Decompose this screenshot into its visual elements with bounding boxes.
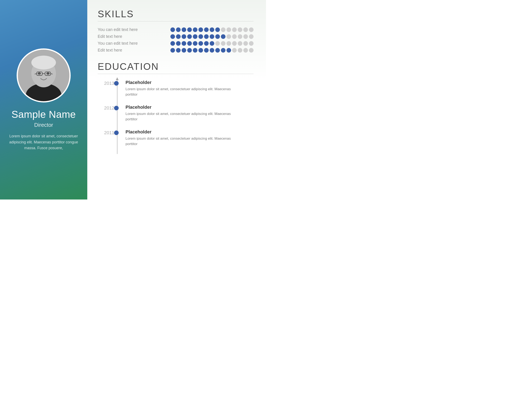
skill-dots (171, 34, 253, 39)
timeline-body: Lorem ipsum dolor sit amet, consectetuer… (126, 86, 234, 97)
dot-filled (210, 41, 214, 46)
dot-empty (227, 27, 231, 32)
timeline-dot (114, 106, 119, 110)
dot-filled (204, 41, 209, 46)
dot-empty (243, 34, 248, 39)
skill-row: Edit text here (98, 48, 253, 53)
dot-empty (227, 41, 231, 46)
person-title: Director (34, 122, 53, 128)
dot-filled (204, 34, 209, 39)
skill-label: You can edit text here (98, 41, 156, 46)
timeline-dot (114, 81, 119, 86)
timeline-year: 2011 (98, 130, 114, 135)
dot-empty (238, 34, 242, 39)
skill-row: You can edit text here (98, 41, 253, 46)
dot-empty (232, 27, 237, 32)
dot-empty (238, 27, 242, 32)
timeline-item: 2013PlaceholderLorem ipsum dolor sit ame… (123, 80, 253, 97)
dot-filled (187, 27, 192, 32)
dot-filled (198, 27, 203, 32)
dot-empty (249, 41, 253, 46)
timeline-line (117, 80, 117, 154)
timeline-body: Lorem ipsum dolor sit amet, consectetuer… (126, 111, 234, 122)
dot-filled (182, 48, 186, 53)
dot-filled (182, 34, 186, 39)
person-bio: Lorem ipsum dolor sit amet, consectetuer… (6, 133, 81, 151)
timeline-item: 2012PlaceholderLorem ipsum dolor sit ame… (123, 105, 253, 122)
timeline-heading: Placeholder (126, 105, 234, 110)
dot-filled (215, 34, 220, 39)
dot-filled (182, 27, 186, 32)
dot-filled (176, 34, 181, 39)
dot-empty (249, 48, 253, 53)
dot-filled (210, 27, 214, 32)
timeline-body: Lorem ipsum dolor sit amet, consectetuer… (126, 136, 234, 146)
skill-dots (171, 27, 253, 32)
dot-filled (227, 48, 231, 53)
dot-filled (215, 27, 220, 32)
dot-empty (249, 27, 253, 32)
dot-empty (227, 34, 231, 39)
left-panel: Sample Name Director Lorem ipsum dolor s… (0, 0, 87, 200)
education-divider (98, 74, 253, 74)
timeline-heading: Placeholder (126, 80, 234, 85)
dot-filled (171, 41, 175, 46)
dot-filled (210, 48, 214, 53)
dot-empty (249, 34, 253, 39)
timeline-year: 2012 (98, 105, 114, 111)
dot-empty (243, 41, 248, 46)
dot-empty (221, 27, 226, 32)
dot-filled (193, 34, 197, 39)
dot-empty (215, 41, 220, 46)
svg-point-6 (46, 72, 50, 75)
timeline-year: 2013 (98, 81, 114, 86)
dot-empty (232, 41, 237, 46)
skills-section-title: SKILLS (98, 8, 253, 19)
skill-row: You can edit text here (98, 27, 253, 32)
dot-filled (198, 48, 203, 53)
timeline-dot (114, 131, 119, 135)
skill-dots (171, 41, 253, 46)
skills-grid: You can edit text hereEdit text hereYou … (98, 27, 253, 53)
timeline-item: 2011PlaceholderLorem ipsum dolor sit ame… (123, 129, 253, 146)
skill-dots (171, 48, 253, 53)
dot-empty (221, 41, 226, 46)
dot-filled (171, 34, 175, 39)
dot-filled (182, 41, 186, 46)
timeline-content: PlaceholderLorem ipsum dolor sit amet, c… (123, 129, 234, 146)
dot-empty (238, 41, 242, 46)
dot-filled (221, 34, 226, 39)
right-panel: SKILLS You can edit text hereEdit text h… (87, 0, 266, 200)
education-section: EDUCATION 2013PlaceholderLorem ipsum dol… (98, 61, 253, 154)
skill-label: Edit text here (98, 34, 156, 39)
dot-empty (232, 34, 237, 39)
dot-empty (238, 48, 242, 53)
dot-filled (210, 34, 214, 39)
dot-filled (171, 27, 175, 32)
dot-filled (193, 27, 197, 32)
dot-filled (176, 41, 181, 46)
dot-filled (193, 41, 197, 46)
skill-row: Edit text here (98, 34, 253, 39)
svg-point-5 (38, 72, 41, 75)
timeline-heading: Placeholder (126, 129, 234, 135)
person-name: Sample Name (12, 109, 76, 120)
dot-filled (193, 48, 197, 53)
dot-filled (215, 48, 220, 53)
dot-filled (171, 48, 175, 53)
dot-filled (198, 34, 203, 39)
skill-label: Edit text here (98, 48, 156, 53)
timeline: 2013PlaceholderLorem ipsum dolor sit ame… (98, 80, 253, 154)
dot-filled (221, 48, 226, 53)
dot-empty (243, 27, 248, 32)
dot-filled (187, 48, 192, 53)
dot-filled (187, 41, 192, 46)
timeline-content: PlaceholderLorem ipsum dolor sit amet, c… (123, 105, 234, 122)
dot-filled (176, 48, 181, 53)
skills-section: SKILLS You can edit text hereEdit text h… (98, 8, 253, 53)
dot-filled (204, 27, 209, 32)
dot-empty (232, 48, 237, 53)
avatar (17, 48, 71, 102)
dot-empty (243, 48, 248, 53)
dot-filled (198, 41, 203, 46)
